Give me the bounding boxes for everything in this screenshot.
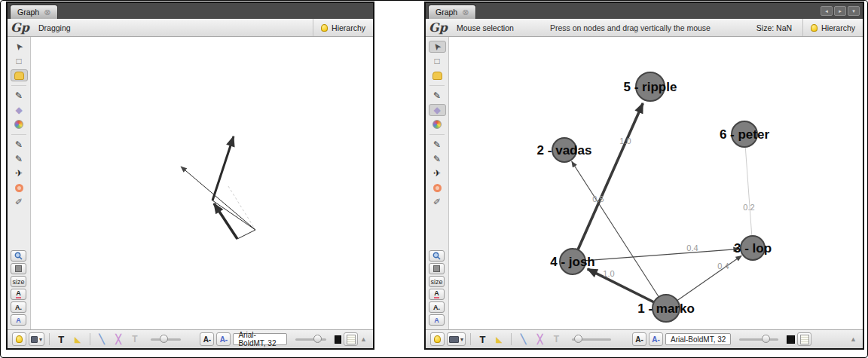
shortest-path-plane-tool[interactable]: ✈: [429, 167, 446, 179]
tab-close-icon[interactable]: ⊗: [462, 8, 469, 17]
collapse-toolbar-icon[interactable]: ▲: [850, 335, 858, 343]
label-color-swatch[interactable]: [335, 335, 341, 344]
select-arrow-icon: ➤: [13, 41, 25, 52]
reset-label-colors-button[interactable]: A: [429, 289, 445, 300]
select-arrow-tool[interactable]: ➤: [11, 41, 28, 53]
slider-knob[interactable]: [762, 335, 770, 343]
reset-sizes-button[interactable]: size: [11, 276, 26, 287]
edge-peter-lop[interactable]: [744, 134, 752, 236]
show-edges-button[interactable]: ◣: [492, 332, 506, 346]
slider-knob[interactable]: [160, 335, 168, 343]
tab-scroll-left-button[interactable]: ◂: [821, 6, 833, 16]
center-on-graph-button[interactable]: [429, 250, 445, 262]
label-scale-slider[interactable]: [295, 338, 326, 341]
slider-knob[interactable]: [574, 335, 582, 343]
rect-selection-tool[interactable]: □: [11, 55, 28, 67]
background-color-button[interactable]: [11, 263, 26, 274]
painter-pencil-tool[interactable]: ✎: [429, 90, 446, 102]
slider-knob[interactable]: [313, 335, 322, 343]
edge-weight-icon[interactable]: ╲: [516, 332, 530, 346]
tab-graph[interactable]: Graph ⊗: [428, 5, 476, 19]
edge-scale-slider[interactable]: [151, 338, 182, 341]
show-node-labels-button[interactable]: T: [54, 332, 69, 346]
hierarchy-toggle[interactable]: Hierarchy: [802, 19, 863, 36]
status-hint-label: Press on nodes and drag vertically the m…: [550, 23, 711, 32]
reset-label-colors-button[interactable]: A: [11, 289, 26, 300]
painter-pencil-tool[interactable]: ✎: [11, 90, 28, 102]
node-pencil-tool[interactable]: ✎: [429, 139, 446, 151]
shortest-path-plane-tool[interactable]: ✈: [11, 167, 28, 179]
attributes-button[interactable]: [797, 332, 811, 346]
brush-colorwheel-tool[interactable]: [11, 118, 28, 130]
font-field[interactable]: Arial-BoldMT, 32: [233, 333, 287, 345]
edge-josh-lop[interactable]: [573, 249, 739, 262]
reset-label-visibility-button[interactable]: A: [11, 314, 26, 326]
drag-hand-tool[interactable]: [11, 69, 28, 81]
select-arrow-tool[interactable]: ➤: [429, 41, 446, 53]
toolbar-separator: [429, 85, 445, 86]
shortest-path-plane-icon: ✈: [433, 169, 441, 178]
lightbulb-icon: [16, 335, 23, 343]
label-color-swatch[interactable]: [787, 335, 795, 344]
tab-menu-button[interactable]: ▾: [848, 6, 860, 16]
screenshot-button[interactable]: ▾: [29, 332, 44, 346]
rect-selection-tool[interactable]: □: [429, 55, 446, 67]
background-color-button[interactable]: [429, 263, 445, 274]
edit-query-tool[interactable]: ✐: [11, 196, 28, 208]
bottom-toolbar: ▾ T ◣ ╲ ╳ T A- A- Arial-BoldMT, 32 ▲: [8, 329, 373, 348]
edge-color-icon[interactable]: ╳: [112, 332, 126, 346]
reset-label-sizes-button[interactable]: A.: [11, 301, 26, 313]
reset-sizes-button[interactable]: size: [429, 276, 445, 287]
sizer-diamond-tool[interactable]: ◆: [429, 104, 446, 116]
edge-weight-label: 0.4: [717, 262, 729, 271]
rect-selection-icon: □: [434, 57, 439, 66]
attributes-button[interactable]: [344, 332, 358, 346]
heatmap-tool[interactable]: [429, 182, 446, 194]
drag-hand-tool[interactable]: [429, 69, 446, 81]
camera-icon: [31, 336, 38, 343]
background-lightbulb-button[interactable]: [12, 332, 26, 346]
edit-query-tool[interactable]: ✐: [429, 196, 446, 208]
collapse-toolbar-icon[interactable]: ▲: [360, 335, 368, 343]
show-node-labels-button[interactable]: T: [475, 332, 490, 346]
edge-pencil-icon: ✎: [15, 155, 23, 164]
heatmap-tool[interactable]: [11, 182, 28, 194]
edge-scale-slider[interactable]: [572, 338, 611, 341]
node-font-button[interactable]: A-: [200, 332, 214, 346]
square-swatch-icon: [433, 265, 440, 272]
label-scale-slider[interactable]: [739, 338, 778, 341]
reset-label-sizes-button[interactable]: A.: [429, 301, 445, 313]
brush-colorwheel-tool[interactable]: [429, 118, 446, 130]
tab-graph[interactable]: Graph ⊗: [10, 5, 58, 19]
background-lightbulb-button[interactable]: [430, 332, 445, 346]
edge-font-button[interactable]: A-: [649, 332, 663, 346]
tab-close-icon[interactable]: ⊗: [44, 8, 50, 17]
edge-weight-label: 0.4: [686, 243, 698, 252]
screenshot-button[interactable]: ▾: [447, 332, 466, 346]
tab-scroll-right-button[interactable]: ▸: [834, 6, 846, 16]
edge-font-button[interactable]: A-: [216, 332, 231, 346]
size-value-label: Size: NaN: [756, 23, 792, 32]
node-pencil-icon: ✎: [433, 140, 441, 149]
edge-weight-icon[interactable]: ╲: [95, 332, 109, 346]
tab-bar: Graph ⊗ ◂ ▸ ▾: [426, 3, 863, 19]
edge-color-icon[interactable]: ╳: [533, 332, 547, 346]
node-label-ripple: 5 - ripple: [624, 80, 677, 94]
font-field[interactable]: Arial-BoldMT, 32: [665, 333, 731, 345]
edge-weight-label: 1.0: [619, 136, 631, 145]
rect-selection-icon: □: [16, 57, 21, 66]
show-edge-labels-button[interactable]: T: [549, 332, 564, 346]
graph-canvas[interactable]: 0.20.40.40.51.01.05 - ripple2 - vadas6 -…: [449, 37, 863, 329]
center-on-graph-button[interactable]: [11, 250, 26, 262]
edge-pencil-tool[interactable]: ✎: [429, 153, 446, 165]
hierarchy-toggle[interactable]: Hierarchy: [313, 19, 373, 36]
sizer-diamond-tool[interactable]: ◆: [11, 104, 28, 116]
show-edge-labels-button[interactable]: T: [128, 332, 142, 346]
node-pencil-tool[interactable]: ✎: [11, 139, 28, 151]
graph-canvas[interactable]: [31, 37, 373, 329]
show-edges-button[interactable]: ◣: [71, 332, 85, 346]
node-font-button[interactable]: A-: [632, 332, 646, 346]
reset-label-visibility-button[interactable]: A: [429, 314, 445, 326]
edge-pencil-tool[interactable]: ✎: [11, 153, 28, 165]
edge-josh-ripple[interactable]: [573, 103, 643, 262]
